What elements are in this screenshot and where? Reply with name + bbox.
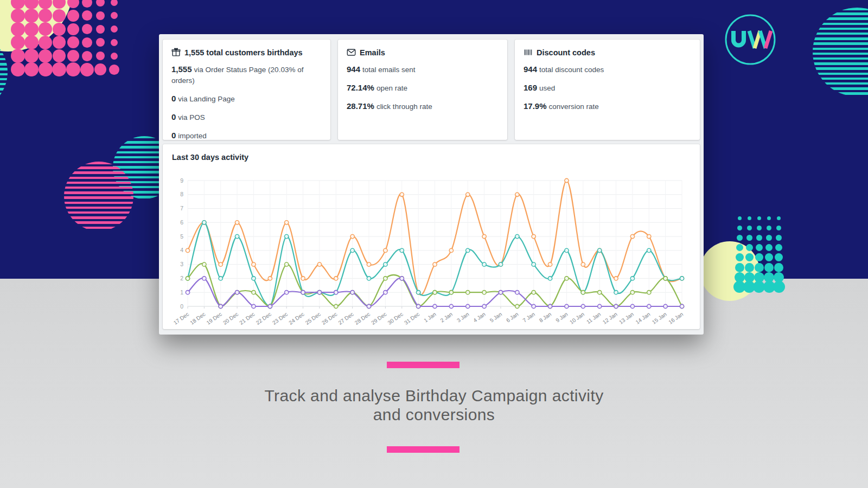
last-30-days-activity-chart[interactable]: 012345678917 Dec18 Dec19 Dec20 Dec21 Dec… [163, 167, 700, 328]
data-point-marker[interactable] [598, 291, 602, 294]
data-point-marker[interactable] [565, 304, 569, 308]
data-point-marker[interactable] [219, 262, 222, 266]
data-point-marker[interactable] [647, 235, 651, 239]
data-point-marker[interactable] [581, 304, 585, 308]
data-point-marker[interactable] [515, 291, 519, 294]
data-point-marker[interactable] [482, 291, 486, 294]
data-point-marker[interactable] [252, 304, 256, 308]
data-point-marker[interactable] [235, 221, 239, 224]
data-point-marker[interactable] [384, 262, 387, 266]
data-point-marker[interactable] [252, 262, 256, 266]
data-point-marker[interactable] [449, 304, 453, 308]
data-point-marker[interactable] [630, 304, 634, 308]
data-point-marker[interactable] [581, 291, 585, 294]
data-point-marker[interactable] [219, 304, 222, 308]
data-point-marker[interactable] [482, 235, 486, 239]
data-point-marker[interactable] [384, 277, 387, 280]
data-point-marker[interactable] [614, 291, 618, 294]
data-point-marker[interactable] [532, 291, 535, 294]
data-point-marker[interactable] [350, 248, 354, 252]
data-point-marker[interactable] [433, 304, 437, 308]
data-point-marker[interactable] [614, 304, 618, 308]
data-point-marker[interactable] [334, 291, 338, 294]
data-point-marker[interactable] [317, 262, 321, 266]
x-axis-tick-label: 9 Jan [554, 311, 569, 324]
data-point-marker[interactable] [614, 277, 618, 280]
data-point-marker[interactable] [548, 304, 552, 308]
data-point-marker[interactable] [565, 178, 569, 182]
data-point-marker[interactable] [334, 277, 338, 280]
data-point-marker[interactable] [565, 277, 569, 280]
data-point-marker[interactable] [548, 277, 552, 280]
data-point-marker[interactable] [581, 262, 585, 266]
data-point-marker[interactable] [515, 192, 519, 196]
data-point-marker[interactable] [565, 248, 569, 252]
data-point-marker[interactable] [466, 291, 470, 294]
data-point-marker[interactable] [598, 248, 602, 252]
data-point-marker[interactable] [532, 304, 535, 308]
data-point-marker[interactable] [334, 304, 338, 308]
data-point-marker[interactable] [285, 262, 289, 266]
data-point-marker[interactable] [417, 304, 420, 308]
data-point-marker[interactable] [285, 291, 289, 294]
data-point-marker[interactable] [285, 235, 289, 239]
data-point-marker[interactable] [449, 248, 453, 252]
data-point-marker[interactable] [350, 291, 354, 294]
data-point-marker[interactable] [630, 277, 634, 280]
data-point-marker[interactable] [235, 291, 239, 294]
data-point-marker[interactable] [186, 291, 189, 294]
data-point-marker[interactable] [482, 304, 486, 308]
data-point-marker[interactable] [433, 291, 437, 294]
data-point-marker[interactable] [202, 262, 206, 266]
data-point-marker[interactable] [647, 291, 651, 294]
data-point-marker[interactable] [268, 277, 272, 280]
data-point-marker[interactable] [515, 304, 519, 308]
data-point-marker[interactable] [663, 304, 667, 308]
data-point-marker[interactable] [466, 304, 470, 308]
data-point-marker[interactable] [202, 277, 206, 280]
data-point-marker[interactable] [647, 304, 651, 308]
data-point-marker[interactable] [680, 277, 684, 280]
data-point-marker[interactable] [235, 235, 239, 239]
data-point-marker[interactable] [367, 277, 371, 280]
data-point-marker[interactable] [647, 248, 651, 252]
data-point-marker[interactable] [515, 235, 519, 239]
data-point-marker[interactable] [384, 248, 387, 252]
data-point-marker[interactable] [630, 291, 634, 294]
data-point-marker[interactable] [466, 248, 470, 252]
data-point-marker[interactable] [317, 291, 321, 294]
data-point-marker[interactable] [301, 277, 305, 280]
data-point-marker[interactable] [532, 262, 535, 266]
data-point-marker[interactable] [449, 291, 453, 294]
data-point-marker[interactable] [400, 192, 404, 196]
data-point-marker[interactable] [285, 221, 289, 224]
data-point-marker[interactable] [252, 291, 256, 294]
data-point-marker[interactable] [350, 235, 354, 239]
data-point-marker[interactable] [367, 262, 371, 266]
data-point-marker[interactable] [433, 262, 437, 266]
data-point-marker[interactable] [417, 291, 420, 294]
data-point-marker[interactable] [499, 262, 502, 266]
data-point-marker[interactable] [548, 262, 552, 266]
data-point-marker[interactable] [499, 291, 502, 294]
data-point-marker[interactable] [186, 248, 189, 252]
data-point-marker[interactable] [186, 277, 189, 280]
data-point-marker[interactable] [252, 277, 256, 280]
data-point-marker[interactable] [663, 277, 667, 280]
data-point-marker[interactable] [630, 235, 634, 239]
data-point-marker[interactable] [680, 304, 684, 308]
data-point-marker[interactable] [466, 192, 470, 196]
x-axis-tick-label: 30 Dec [387, 311, 404, 326]
data-point-marker[interactable] [219, 277, 222, 280]
data-point-marker[interactable] [367, 304, 371, 308]
stat-row: 17.9%conversion rate [524, 101, 691, 112]
data-point-marker[interactable] [384, 291, 387, 294]
data-point-marker[interactable] [301, 291, 305, 294]
data-point-marker[interactable] [482, 262, 486, 266]
data-point-marker[interactable] [202, 221, 206, 224]
data-point-marker[interactable] [400, 277, 404, 280]
data-point-marker[interactable] [400, 248, 404, 252]
data-point-marker[interactable] [268, 304, 272, 308]
data-point-marker[interactable] [532, 235, 535, 239]
data-point-marker[interactable] [598, 304, 602, 308]
